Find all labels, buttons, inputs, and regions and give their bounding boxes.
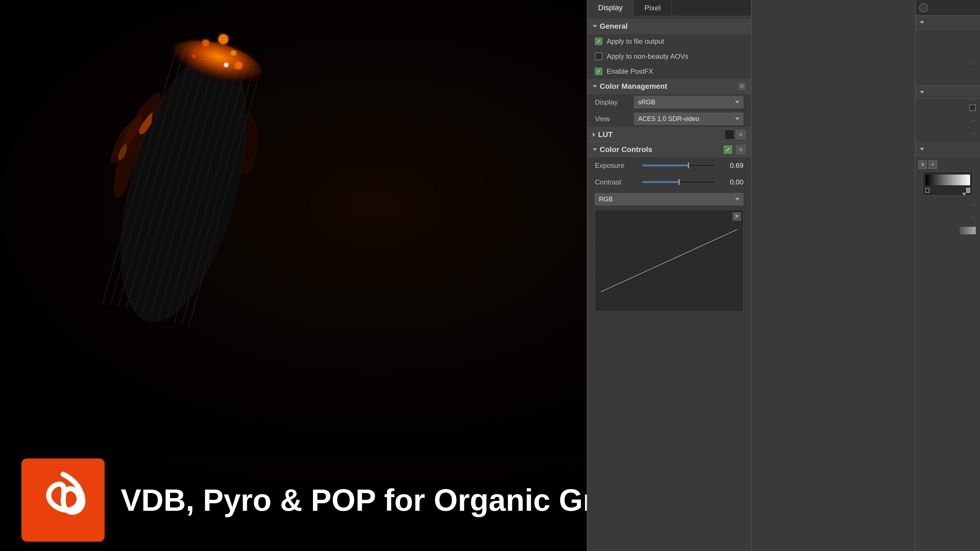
display-label: Display bbox=[595, 98, 630, 106]
curve-area[interactable]: ✕ bbox=[595, 210, 743, 311]
ramp-delete-btn[interactable]: ✕ bbox=[918, 160, 927, 169]
position-value[interactable] bbox=[971, 217, 976, 218]
contrast-row: Contrast 0.00 bbox=[587, 174, 751, 191]
color-mgmt-title: Color Management bbox=[600, 82, 667, 91]
noise-freq-row bbox=[918, 127, 977, 140]
material2-outcolor: outColor bbox=[791, 153, 896, 161]
material2-thumb bbox=[764, 145, 788, 164]
curve-svg bbox=[595, 210, 743, 311]
apply-nonbeauty-row[interactable]: Apply to non-beauty AOVs bbox=[587, 49, 751, 64]
view-dropdown-arrow bbox=[735, 118, 740, 120]
contrast-track[interactable] bbox=[642, 181, 715, 183]
exposure-track[interactable] bbox=[642, 164, 715, 167]
material2-node[interactable]: Base Prope... outColor Sub-Surface Multi… bbox=[760, 142, 907, 188]
apply-file-row[interactable]: Apply to file output bbox=[587, 34, 751, 49]
noise-freq-value[interactable] bbox=[971, 133, 976, 134]
input-section-header[interactable] bbox=[916, 16, 980, 30]
color-controls-title: Color Controls bbox=[600, 145, 652, 154]
ramp-stop-right[interactable] bbox=[966, 188, 970, 193]
color-mgmt-content: Display sRGB View ACES 1.0 SDR-video bbox=[587, 94, 751, 127]
lut-icons: ⚙ bbox=[725, 130, 746, 140]
material1-outcolor: outColor bbox=[791, 43, 896, 51]
rs-ramp-actual-panel: ⬡ bbox=[915, 0, 980, 551]
rsramp1-preview bbox=[764, 97, 788, 115]
vex-material1-section: Material1 Base Prope... outColor Sub-Sur… bbox=[751, 16, 915, 196]
color-swatch[interactable] bbox=[959, 227, 976, 234]
view-label: View bbox=[595, 115, 630, 123]
general-content: Apply to file output Apply to non-beauty… bbox=[587, 34, 751, 79]
enable-postfx-row[interactable]: Enable PostFX bbox=[587, 64, 751, 79]
general-title: General bbox=[600, 22, 628, 30]
material1-sub: Sub-Surface Multiple Scatt... bbox=[791, 51, 896, 59]
vex-title-bar: VEX Builder bbox=[751, 0, 915, 16]
display-dropdown-arrow bbox=[735, 101, 740, 103]
lut-header[interactable]: LUT ⚙ bbox=[587, 127, 751, 142]
exposure-fill bbox=[642, 165, 688, 166]
contrast-value: 0.00 bbox=[719, 178, 743, 186]
material1-baseprop: Base Prope... bbox=[791, 35, 896, 43]
vex-builder-panel: VEX Builder Material1 Base Prope... outC… bbox=[751, 0, 915, 551]
color-mgmt-header[interactable]: Color Management ⚙ bbox=[587, 79, 751, 94]
material2-baseprop: Base Prope... bbox=[791, 145, 896, 153]
material2-out-dot bbox=[898, 145, 902, 149]
rsramp1-info: Input outColor bbox=[791, 97, 902, 113]
alt-input-value[interactable] bbox=[971, 63, 976, 64]
noise-amount-value[interactable] bbox=[971, 120, 976, 121]
color-row bbox=[918, 224, 977, 237]
texture-space-row bbox=[918, 32, 977, 44]
exposure-label: Exposure bbox=[595, 161, 638, 170]
color-controls-settings[interactable]: ⚙ bbox=[736, 145, 746, 154]
contrast-fill bbox=[642, 181, 679, 183]
rsramp1-input-label: Input bbox=[791, 97, 902, 105]
color-mgmt-arrow bbox=[593, 85, 597, 88]
enable-postfx-checkbox[interactable] bbox=[595, 68, 602, 75]
exposure-row: Exposure 0.69 bbox=[587, 157, 751, 174]
lut-settings-btn[interactable]: ⚙ bbox=[736, 130, 746, 140]
ramp-stop-left[interactable] bbox=[926, 188, 929, 193]
view-dropdown[interactable]: ACES 1.0 SDR-video bbox=[634, 113, 743, 125]
ramp-buttons: ✕ + bbox=[918, 160, 977, 169]
point-no-value[interactable] bbox=[971, 204, 976, 205]
contrast-thumb[interactable] bbox=[679, 179, 679, 185]
display-panel: Display Pixel General Apply to file outp… bbox=[587, 0, 751, 551]
material2-info: Base Prope... outColor Sub-Surface Multi… bbox=[791, 145, 896, 185]
material1-node[interactable]: Base Prope... outColor Sub-Surface Multi… bbox=[760, 32, 907, 78]
point-no-row bbox=[918, 198, 977, 211]
rsramp1-node[interactable]: Input outColor bbox=[760, 94, 907, 118]
connector1 bbox=[755, 82, 911, 90]
rgb-dropdown[interactable]: RGB bbox=[595, 193, 743, 205]
input-arrow bbox=[920, 21, 924, 24]
curve-close-btn[interactable]: ✕ bbox=[732, 212, 741, 221]
general-arrow bbox=[593, 25, 597, 28]
input-params bbox=[916, 30, 980, 85]
invert-checkbox[interactable] bbox=[969, 105, 976, 111]
ramp-gradient-editor[interactable] bbox=[923, 171, 973, 196]
ramp-params: ✕ + bbox=[916, 156, 980, 252]
material2-coating: Coating bbox=[791, 169, 896, 177]
alt-input-row bbox=[918, 57, 977, 70]
material1-out-dot bbox=[898, 35, 902, 39]
display-dropdown[interactable]: sRGB bbox=[634, 96, 743, 108]
interpolation-row bbox=[918, 237, 977, 250]
tab-pixel[interactable]: Pixel bbox=[634, 0, 672, 16]
panel-content[interactable]: General Apply to file output Apply to no… bbox=[587, 16, 751, 317]
apply-file-checkbox[interactable] bbox=[595, 38, 602, 45]
material2-sub: Sub-Surface Multiple Scatt... bbox=[791, 161, 896, 169]
rsramp1-out-label: outColor bbox=[791, 105, 902, 113]
ramp-add-btn[interactable]: + bbox=[929, 160, 937, 169]
general-section-header[interactable]: General bbox=[587, 19, 751, 34]
mapping-row bbox=[918, 70, 977, 83]
material1-overall: Overall bbox=[791, 67, 896, 75]
color-controls-check: ✓ bbox=[724, 145, 732, 154]
adjust-section-header[interactable] bbox=[916, 85, 980, 99]
color-controls-header[interactable]: Color Controls ✓ ⚙ bbox=[587, 142, 751, 157]
ramp-arrow bbox=[920, 148, 924, 151]
color-mgmt-icon: ⚙ bbox=[738, 83, 746, 90]
apply-nonbeauty-checkbox[interactable] bbox=[595, 52, 602, 60]
rs-ramp-header: ⬡ bbox=[916, 0, 980, 16]
exposure-thumb[interactable] bbox=[688, 162, 689, 168]
tab-display[interactable]: Display bbox=[587, 0, 634, 16]
ramp-section-header[interactable] bbox=[916, 142, 980, 156]
enable-postfx-label: Enable PostFX bbox=[607, 67, 653, 76]
adjust-params bbox=[916, 99, 980, 142]
